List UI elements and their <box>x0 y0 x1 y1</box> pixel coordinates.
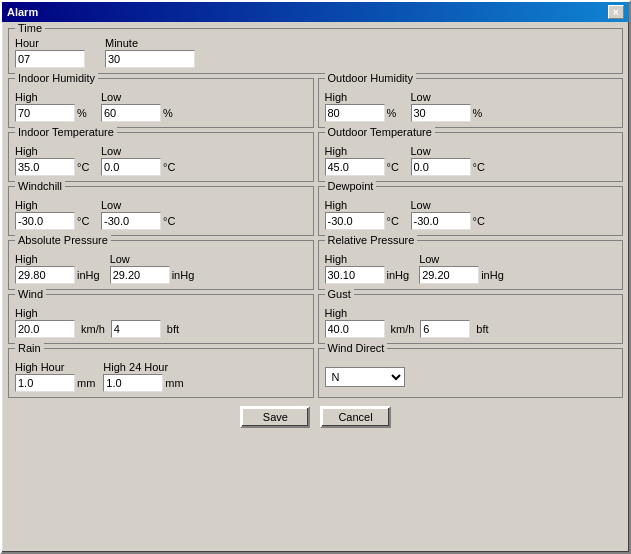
outdoor-temp-high-unit: °C <box>387 161 401 173</box>
outdoor-temp-low-label: Low <box>411 145 487 157</box>
dewpoint-low-unit: °C <box>473 215 487 227</box>
button-row: Save Cancel <box>8 406 623 428</box>
wind-bft-unit: bft <box>167 323 181 335</box>
gust-bft-unit: bft <box>476 323 490 335</box>
dewpoint-section: Dewpoint High °C Low °C <box>318 186 624 236</box>
rel-pressure-low-label: Low <box>419 253 504 265</box>
indoor-temp-section: Indoor Temperature High °C Low °C <box>8 132 314 182</box>
outdoor-temp-low-group: Low °C <box>411 145 487 176</box>
abs-pressure-high-label: High <box>15 253 100 265</box>
abs-pressure-high-input[interactable] <box>15 266 75 284</box>
wind-gust-row: Wind High km/h bft Gust High <box>8 294 623 344</box>
humidity-row: Indoor Humidity High % Low % <box>8 78 623 128</box>
dewpoint-low-input[interactable] <box>411 212 471 230</box>
gust-section: Gust High km/h bft <box>318 294 624 344</box>
indoor-humidity-high-group: High % <box>15 91 91 122</box>
time-section: Time Hour Minute <box>8 28 623 74</box>
windchill-high-unit: °C <box>77 215 91 227</box>
rain-24h-unit: mm <box>165 377 183 389</box>
rain-hour-input[interactable] <box>15 374 75 392</box>
abs-pressure-section: Absolute Pressure High inHg Low inHg <box>8 240 314 290</box>
gust-high-label: High <box>325 307 348 319</box>
wind-high-input[interactable] <box>15 320 75 338</box>
indoor-temp-high-label: High <box>15 145 91 157</box>
outdoor-humidity-high-label: High <box>325 91 401 103</box>
outdoor-temp-low-input[interactable] <box>411 158 471 176</box>
indoor-temp-high-group: High °C <box>15 145 91 176</box>
rain-24h-label: High 24 Hour <box>103 361 183 373</box>
outdoor-humidity-high-input[interactable] <box>325 104 385 122</box>
title-bar: Alarm × <box>2 2 629 22</box>
windchill-high-label: High <box>15 199 91 211</box>
abs-pressure-legend: Absolute Pressure <box>15 234 111 246</box>
rel-pressure-low-input[interactable] <box>419 266 479 284</box>
windchill-low-input[interactable] <box>101 212 161 230</box>
outdoor-humidity-low-input[interactable] <box>411 104 471 122</box>
gust-high-input[interactable] <box>325 320 385 338</box>
indoor-humidity-low-label: Low <box>101 91 177 103</box>
indoor-humidity-high-unit: % <box>77 107 91 119</box>
indoor-temp-high-input[interactable] <box>15 158 75 176</box>
rain-legend: Rain <box>15 342 44 354</box>
outdoor-humidity-section: Outdoor Humidity High % Low % <box>318 78 624 128</box>
rain-24h-group: High 24 Hour mm <box>103 361 183 392</box>
windchill-legend: Windchill <box>15 180 65 192</box>
wind-bft-input[interactable] <box>111 320 161 338</box>
outdoor-temp-low-unit: °C <box>473 161 487 173</box>
windchill-dewpoint-row: Windchill High °C Low °C <box>8 186 623 236</box>
dewpoint-high-input[interactable] <box>325 212 385 230</box>
indoor-temp-low-label: Low <box>101 145 177 157</box>
rel-pressure-high-input[interactable] <box>325 266 385 284</box>
rel-pressure-high-label: High <box>325 253 410 265</box>
abs-pressure-low-label: Low <box>110 253 195 265</box>
minute-input[interactable] <box>105 50 195 68</box>
indoor-temp-low-group: Low °C <box>101 145 177 176</box>
indoor-humidity-high-label: High <box>15 91 91 103</box>
gust-legend: Gust <box>325 288 354 300</box>
rain-24h-input[interactable] <box>103 374 163 392</box>
indoor-temp-low-unit: °C <box>163 161 177 173</box>
wind-section: Wind High km/h bft <box>8 294 314 344</box>
indoor-humidity-high-input[interactable] <box>15 104 75 122</box>
outdoor-humidity-legend: Outdoor Humidity <box>325 72 417 84</box>
indoor-humidity-section: Indoor Humidity High % Low % <box>8 78 314 128</box>
wind-high-unit: km/h <box>81 323 105 335</box>
minute-label: Minute <box>105 37 195 49</box>
gust-bft-input[interactable] <box>420 320 470 338</box>
window-content: Time Hour Minute Indoor Humidity High <box>2 22 629 552</box>
save-button[interactable]: Save <box>240 406 310 428</box>
minute-group: Minute <box>105 37 195 68</box>
indoor-humidity-low-group: Low % <box>101 91 177 122</box>
wind-direct-legend: Wind Direct <box>325 342 388 354</box>
dewpoint-legend: Dewpoint <box>325 180 377 192</box>
outdoor-temp-high-group: High °C <box>325 145 401 176</box>
windchill-high-input[interactable] <box>15 212 75 230</box>
indoor-humidity-legend: Indoor Humidity <box>15 72 98 84</box>
outdoor-humidity-high-unit: % <box>387 107 401 119</box>
dewpoint-high-label: High <box>325 199 401 211</box>
abs-pressure-low-input[interactable] <box>110 266 170 284</box>
indoor-temp-low-input[interactable] <box>101 158 161 176</box>
windchill-low-label: Low <box>101 199 177 211</box>
outdoor-humidity-high-group: High % <box>325 91 401 122</box>
abs-pressure-low-unit: inHg <box>172 269 195 281</box>
cancel-button[interactable]: Cancel <box>320 406 390 428</box>
close-button[interactable]: × <box>608 5 624 19</box>
hour-input[interactable] <box>15 50 85 68</box>
rain-hour-group: High Hour mm <box>15 361 95 392</box>
rain-hour-label: High Hour <box>15 361 95 373</box>
outdoor-temp-high-label: High <box>325 145 401 157</box>
windchill-low-unit: °C <box>163 215 177 227</box>
temperature-row: Indoor Temperature High °C Low °C <box>8 132 623 182</box>
outdoor-temp-high-input[interactable] <box>325 158 385 176</box>
outdoor-humidity-low-label: Low <box>411 91 487 103</box>
indoor-humidity-low-input[interactable] <box>101 104 161 122</box>
dewpoint-low-label: Low <box>411 199 487 211</box>
time-legend: Time <box>15 22 45 34</box>
rel-pressure-low-group: Low inHg <box>419 253 504 284</box>
wind-legend: Wind <box>15 288 46 300</box>
outdoor-humidity-low-unit: % <box>473 107 487 119</box>
wind-direct-select[interactable]: NNNENEENE EESESESSE SSSWSWWSW WWNWNWNNW <box>325 367 405 387</box>
abs-pressure-high-unit: inHg <box>77 269 100 281</box>
abs-pressure-high-group: High inHg <box>15 253 100 284</box>
